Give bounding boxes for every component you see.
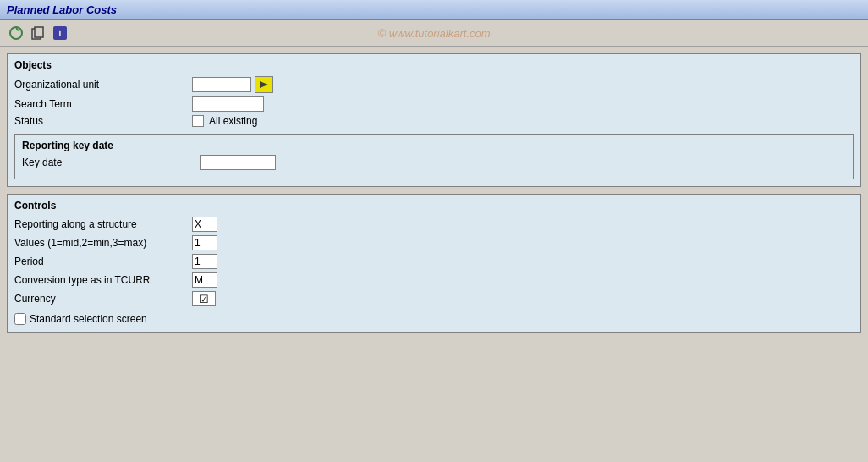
- svg-marker-3: [260, 81, 268, 88]
- reporting-structure-input[interactable]: [192, 217, 217, 232]
- svg-point-0: [10, 27, 22, 39]
- key-date-label: Key date: [22, 157, 200, 168]
- title-bar: Planned Labor Costs: [0, 0, 868, 20]
- status-checkbox[interactable]: [192, 115, 204, 127]
- objects-group: Objects Organizational unit Search Term …: [7, 53, 861, 187]
- status-label: Status: [14, 115, 192, 127]
- org-unit-label: Organizational unit: [14, 79, 192, 91]
- org-unit-input[interactable]: [192, 77, 251, 92]
- reporting-structure-row: Reporting along a structure: [14, 217, 854, 232]
- currency-checkbox[interactable]: ☑: [192, 291, 216, 306]
- currency-label: Currency: [14, 293, 192, 305]
- currency-row: Currency ☑: [14, 291, 854, 306]
- conversion-type-input[interactable]: [192, 272, 217, 288]
- period-row: Period: [14, 254, 854, 269]
- standard-selection-row: Standard selection screen: [14, 313, 854, 325]
- svg-rect-2: [35, 27, 43, 37]
- search-term-label: Search Term: [14, 98, 192, 110]
- conversion-type-label: Conversion type as in TCURR: [14, 274, 192, 286]
- org-unit-nav-button[interactable]: [255, 76, 273, 93]
- standard-selection-checkbox[interactable]: [14, 313, 26, 325]
- key-date-input[interactable]: [200, 155, 276, 170]
- toolbar: i © www.tutorialkart.com: [0, 20, 868, 47]
- watermark: © www.tutorialkart.com: [377, 27, 490, 40]
- reporting-structure-label: Reporting along a structure: [14, 218, 192, 230]
- search-term-input[interactable]: [192, 96, 264, 112]
- status-row: Status All existing: [14, 115, 854, 127]
- copy-icon[interactable]: [29, 24, 47, 42]
- key-date-row: Key date: [22, 155, 846, 170]
- reporting-key-date-title: Reporting key date: [22, 140, 846, 151]
- values-input[interactable]: [192, 235, 217, 250]
- period-label: Period: [14, 256, 192, 267]
- refresh-icon[interactable]: [7, 24, 25, 42]
- values-label: Values (1=mid,2=min,3=max): [14, 237, 192, 249]
- controls-group-title: Controls: [14, 200, 854, 212]
- page-title: Planned Labor Costs: [7, 3, 117, 16]
- org-unit-row: Organizational unit: [14, 76, 854, 93]
- period-input[interactable]: [192, 254, 217, 269]
- controls-group: Controls Reporting along a structure Val…: [7, 194, 861, 333]
- standard-selection-label: Standard selection screen: [30, 313, 147, 325]
- search-term-row: Search Term: [14, 96, 854, 112]
- objects-group-title: Objects: [14, 59, 854, 71]
- values-row: Values (1=mid,2=min,3=max): [14, 235, 854, 250]
- conversion-type-row: Conversion type as in TCURR: [14, 272, 854, 288]
- main-content: Objects Organizational unit Search Term …: [0, 47, 868, 339]
- info-icon[interactable]: i: [51, 24, 69, 42]
- reporting-key-date-group: Reporting key date Key date: [14, 134, 854, 179]
- status-text: All existing: [209, 115, 257, 127]
